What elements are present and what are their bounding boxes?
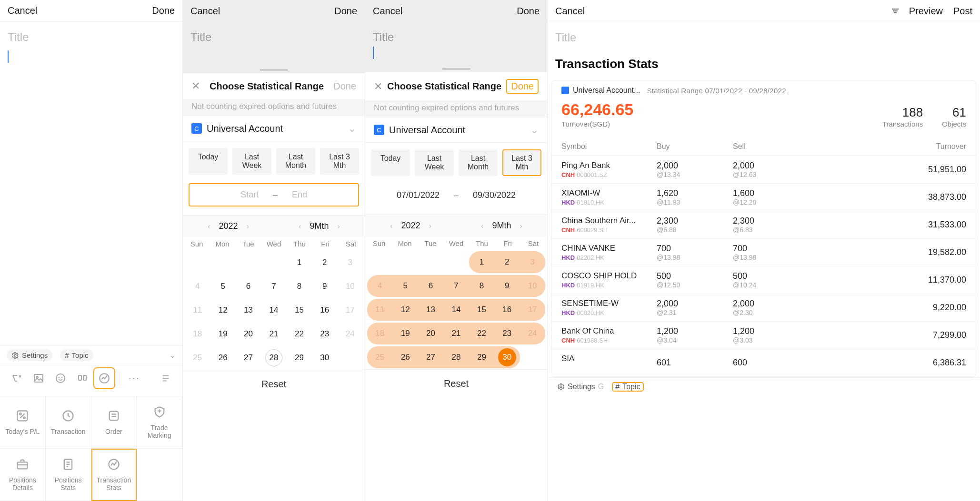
close-icon[interactable]: ✕ bbox=[374, 80, 382, 93]
table-row[interactable]: SENSETIME-W HKD00020.HK 2,000@2.31 2,000… bbox=[552, 294, 976, 322]
tile-order[interactable]: Order bbox=[91, 396, 137, 449]
calendar-day[interactable]: 2 bbox=[312, 252, 337, 274]
calendar-day[interactable]: 27 bbox=[236, 347, 261, 369]
preset-last-3-mth[interactable]: Last 3 Mth bbox=[320, 148, 359, 175]
title-input[interactable]: Title bbox=[365, 22, 547, 48]
table-row[interactable]: CHINA VANKE HKD02202.HK 700@13.98 700@13… bbox=[552, 239, 976, 266]
title-input[interactable]: Title bbox=[0, 22, 182, 48]
tile-trade-marking[interactable]: Trade Marking bbox=[137, 396, 182, 449]
table-row[interactable]: SIA 601 600 6,386.31 bbox=[552, 349, 976, 377]
calendar-day[interactable]: 27 bbox=[418, 346, 443, 368]
calendar-day[interactable]: 3 bbox=[520, 251, 545, 273]
chevron-down-icon[interactable]: ⌄ bbox=[170, 351, 176, 360]
reset-button[interactable]: Reset bbox=[183, 370, 365, 398]
calendar-day[interactable]: 24 bbox=[338, 323, 363, 345]
calendar-day[interactable]: 17 bbox=[338, 299, 363, 321]
next-year-icon[interactable]: › bbox=[429, 222, 431, 230]
calendar-day[interactable]: 5 bbox=[210, 275, 235, 297]
calendar-day[interactable]: 19 bbox=[210, 323, 235, 345]
cancel-button[interactable]: Cancel bbox=[373, 6, 402, 17]
tile-positions-stats[interactable]: Positions Stats bbox=[46, 449, 91, 501]
calendar-day[interactable]: 30 bbox=[494, 346, 520, 368]
cancel-button[interactable]: Cancel bbox=[8, 5, 37, 16]
calendar-day[interactable]: 24 bbox=[520, 323, 545, 344]
table-row[interactable]: COSCO SHIP HOLD HKD01919.HK 500@12.50 50… bbox=[552, 266, 976, 294]
sheet-done[interactable]: Done bbox=[333, 81, 356, 92]
paragraph-icon[interactable] bbox=[155, 367, 177, 389]
emoji-icon[interactable] bbox=[50, 367, 71, 389]
calendar-day[interactable]: 11 bbox=[367, 299, 392, 321]
table-row[interactable]: Ping An Bank CNH000001.SZ 2,000@13.34 2,… bbox=[552, 156, 976, 184]
table-row[interactable]: China Southern Air... CNH600029.SH 2,300… bbox=[552, 211, 976, 239]
calendar-day[interactable]: 28 bbox=[443, 346, 469, 368]
analytics-icon[interactable] bbox=[93, 367, 115, 389]
calendar-day[interactable]: 5 bbox=[392, 275, 418, 297]
reset-button[interactable]: Reset bbox=[365, 369, 547, 398]
title-input[interactable]: Title bbox=[548, 22, 980, 48]
account-selector[interactable]: C Universal Account ⌄ bbox=[183, 116, 365, 141]
calendar-day[interactable]: 13 bbox=[236, 299, 261, 321]
preset-last-week[interactable]: Last Week bbox=[232, 148, 271, 175]
date-range-box[interactable]: Start – End bbox=[189, 183, 359, 206]
calendar-day[interactable]: 6 bbox=[418, 275, 443, 297]
more-icon[interactable]: ··· bbox=[123, 367, 145, 389]
calendar-day[interactable]: 22 bbox=[287, 323, 312, 345]
done-button[interactable]: Done bbox=[152, 5, 175, 16]
preset-last-3-mth[interactable]: Last 3 Mth bbox=[502, 149, 541, 176]
tile-transaction-stats[interactable]: Transaction Stats bbox=[91, 449, 137, 501]
next-month-icon[interactable]: › bbox=[338, 222, 340, 231]
image-icon[interactable] bbox=[28, 367, 50, 389]
calendar-day[interactable]: 10 bbox=[520, 275, 545, 297]
post-button[interactable]: Post bbox=[953, 6, 972, 17]
tile-transaction[interactable]: Transaction bbox=[46, 396, 91, 449]
calendar-day[interactable]: 2 bbox=[494, 251, 520, 273]
preset-last-month[interactable]: Last Month bbox=[276, 148, 315, 175]
calendar-day[interactable]: 26 bbox=[392, 346, 418, 368]
calendar-day[interactable]: 15 bbox=[469, 299, 494, 321]
preset-last-month[interactable]: Last Month bbox=[459, 149, 498, 176]
done-button[interactable]: Done bbox=[334, 6, 357, 17]
next-year-icon[interactable]: › bbox=[247, 222, 249, 231]
calendar-day[interactable]: 21 bbox=[443, 323, 469, 344]
preview-button[interactable]: Preview bbox=[909, 6, 943, 17]
sheet-done[interactable]: Done bbox=[506, 79, 539, 94]
preset-last-week[interactable]: Last Week bbox=[415, 149, 454, 176]
calendar-day[interactable]: 29 bbox=[469, 346, 494, 368]
cancel-button[interactable]: Cancel bbox=[555, 6, 585, 17]
date-range-box[interactable]: 07/01/2022 – 09/30/2022 bbox=[371, 185, 541, 206]
calendar-day[interactable]: 3 bbox=[338, 252, 363, 274]
calendar-day[interactable]: 20 bbox=[236, 323, 261, 345]
calendar-day[interactable]: 23 bbox=[312, 323, 337, 345]
table-row[interactable]: Bank Of China CNH601988.SH 1,200@3.04 1,… bbox=[552, 322, 976, 349]
calendar-day[interactable]: 1 bbox=[287, 252, 312, 274]
calendar-day[interactable]: 26 bbox=[210, 347, 235, 369]
calendar-day[interactable]: 8 bbox=[469, 275, 494, 297]
prev-year-icon[interactable]: ‹ bbox=[208, 222, 210, 231]
preset-today[interactable]: Today bbox=[371, 149, 410, 176]
calendar-day[interactable]: 17 bbox=[520, 299, 545, 321]
calendar-day[interactable]: 16 bbox=[312, 299, 337, 321]
calendar-day[interactable]: 6 bbox=[236, 275, 261, 297]
preset-today[interactable]: Today bbox=[189, 148, 228, 175]
calendar-day[interactable]: 12 bbox=[392, 299, 418, 321]
calendar-day[interactable]: 9 bbox=[312, 275, 337, 297]
calendar-day[interactable]: 29 bbox=[287, 347, 312, 369]
calendar-day[interactable]: 1 bbox=[469, 251, 494, 273]
calendar-day[interactable]: 18 bbox=[367, 323, 392, 344]
tile-positions-details[interactable]: Positions Details bbox=[0, 449, 46, 501]
calendar-day[interactable]: 25 bbox=[185, 347, 210, 369]
calendar-day[interactable]: 8 bbox=[287, 275, 312, 297]
calendar-day[interactable]: 23 bbox=[494, 323, 520, 344]
prev-year-icon[interactable]: ‹ bbox=[390, 222, 392, 230]
prev-month-icon[interactable]: ‹ bbox=[299, 222, 301, 231]
text-format-icon[interactable] bbox=[6, 367, 28, 389]
calendar-day[interactable]: 12 bbox=[210, 299, 235, 321]
calendar-day[interactable]: 21 bbox=[261, 323, 286, 345]
calendar-day[interactable]: 7 bbox=[261, 275, 286, 297]
next-month-icon[interactable]: › bbox=[520, 222, 522, 230]
topic-chip[interactable]: # Topic bbox=[60, 349, 93, 361]
settings-chip[interactable]: Settings bbox=[7, 349, 52, 361]
sheet-grabber[interactable] bbox=[183, 68, 365, 72]
cancel-button[interactable]: Cancel bbox=[190, 6, 220, 17]
sheet-grabber[interactable] bbox=[365, 67, 547, 71]
